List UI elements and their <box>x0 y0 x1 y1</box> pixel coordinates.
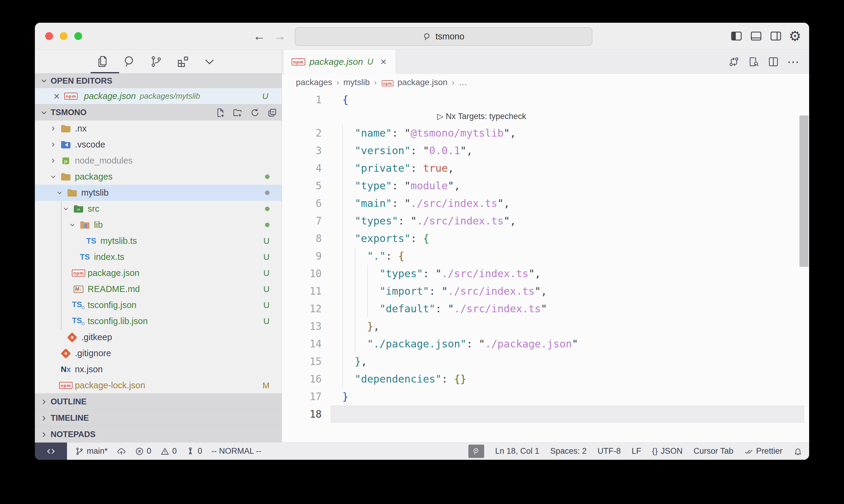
statusbar-0[interactable]: 0 <box>186 447 202 456</box>
sidebar-section-timeline[interactable]: TIMELINE <box>35 410 282 426</box>
code-line-9[interactable]: 9 ".": { <box>282 247 809 265</box>
scrollbar-thumb[interactable] <box>799 115 809 267</box>
code-line-6[interactable]: 6 "main": "./src/index.ts", <box>282 195 809 212</box>
breadcrumb-item[interactable]: … <box>459 77 467 87</box>
code-line-4[interactable]: 4 "private": true, <box>282 159 809 177</box>
code-editor[interactable]: 1{▷ Nx Targets: typecheck2 "name": "@tsm… <box>282 91 809 442</box>
source-control-icon[interactable] <box>149 54 163 69</box>
toggle-bottom-panel-icon[interactable] <box>750 30 763 43</box>
back-arrow-icon[interactable]: ← <box>253 30 265 43</box>
workspace-header[interactable]: TSMONO <box>35 104 282 121</box>
tree-item-readme-md[interactable]: M↓README.mdU <box>35 281 282 297</box>
code-line-2[interactable]: 2 "name": "@tsmono/mytslib", <box>282 124 809 142</box>
chevron-right-icon[interactable] <box>49 141 60 148</box>
tree-item-packages[interactable]: packages <box>35 169 282 185</box>
breadcrumb-item[interactable]: npmpackage.json <box>381 77 447 87</box>
chevron-down-icon[interactable] <box>49 173 60 181</box>
explorer-files-icon[interactable] <box>96 54 110 69</box>
minimize-window-button[interactable] <box>60 32 68 40</box>
toggle-right-sidebar-icon[interactable] <box>769 30 782 43</box>
code-line-13[interactable]: 13 }, <box>282 318 809 335</box>
command-center-search[interactable]: tsmono <box>295 27 592 46</box>
statusbar-spaces-2[interactable]: Spaces: 2 <box>550 447 587 456</box>
statusbar-cursor-tab[interactable]: Cursor Tab <box>693 447 733 456</box>
tree-item--nx[interactable]: .nx <box>35 121 282 137</box>
chevron-down-icon[interactable] <box>202 54 217 69</box>
new-file-icon[interactable] <box>215 108 226 118</box>
code-line-15[interactable]: 15 }, <box>282 353 809 370</box>
new-folder-icon[interactable] <box>232 108 243 118</box>
extensions-icon[interactable] <box>175 54 190 69</box>
code-line-14[interactable]: 14 "./package.json": "./package.json" <box>282 335 809 353</box>
code-line-5[interactable]: 5 "type": "module", <box>282 177 809 195</box>
settings-gear-icon[interactable]: ⚙ <box>789 30 801 43</box>
tree-item-mytslib[interactable]: mytslib <box>35 185 282 201</box>
open-preview-icon[interactable] <box>747 56 760 68</box>
tree-item-tsconfig-lib-json[interactable]: TS⚙tsconfig.lib.jsonU <box>35 313 282 329</box>
chevron-right-icon[interactable] <box>49 125 60 132</box>
toggle-left-sidebar-icon[interactable] <box>730 30 743 43</box>
statusbar-lf[interactable]: LF <box>632 447 641 456</box>
tree-item-package-lock-json[interactable]: npmpackage-lock.jsonM <box>35 377 282 393</box>
code-line-17[interactable]: 17} <box>282 388 809 405</box>
tree-item-lib[interactable]: lib <box>35 217 282 233</box>
codelens-nx-targets[interactable]: ▷ Nx Targets: typecheck <box>282 108 809 124</box>
tree-item-node-modules[interactable]: jsnode_modules <box>35 152 282 169</box>
changes-dot-badge <box>265 206 270 211</box>
tree-item-mytslib-ts[interactable]: TSmytslib.tsU <box>35 233 282 249</box>
chevron-down-icon[interactable] <box>69 221 79 229</box>
split-editor-icon[interactable] <box>767 56 779 68</box>
close-window-button[interactable] <box>45 32 53 40</box>
statusbar-normal[interactable]: -- NORMAL -- <box>211 447 261 456</box>
statusbar-main[interactable]: main* <box>75 447 108 456</box>
open-editor-item[interactable]: npmpackage.jsonpackages/mytslibU <box>35 88 282 104</box>
sidebar-section-outline[interactable]: OUTLINE <box>35 393 282 410</box>
code-line-8[interactable]: 8 "exports": { <box>282 230 809 247</box>
code-line-11[interactable]: 11 "import": "./src/index.ts", <box>282 282 809 300</box>
statusbar-cloud-upload-icon[interactable] <box>117 447 126 456</box>
breadcrumb-item[interactable]: mytslib <box>344 77 370 87</box>
code-line-10[interactable]: 10 "types": "./src/index.ts", <box>282 265 809 282</box>
chevron-down-icon[interactable] <box>56 189 66 197</box>
zoom-window-button[interactable] <box>74 32 82 40</box>
statusbar-ln-18-col-1[interactable]: Ln 18, Col 1 <box>495 447 539 456</box>
code-line-18[interactable]: 18 <box>282 405 809 423</box>
tree-item-package-json[interactable]: npmpackage.jsonU <box>35 265 282 281</box>
statusbar-0[interactable]: 0 <box>135 447 151 456</box>
statusbar-json[interactable]: {}JSON <box>652 447 683 456</box>
more-actions-icon[interactable]: ⋯ <box>787 57 800 66</box>
tree-item--gitkeep[interactable]: .gitkeep <box>35 329 282 345</box>
breadcrumb-item[interactable]: packages <box>296 77 332 87</box>
code-line-1[interactable]: 1{ <box>282 91 809 108</box>
tab-package-json[interactable]: npm package.json U <box>284 50 396 74</box>
code-line-16[interactable]: 16 "dependencies": {} <box>282 370 809 388</box>
chevron-down-icon[interactable] <box>62 205 72 213</box>
tree-item-nx-json[interactable]: Nxnx.json <box>35 361 282 377</box>
statusbar-prettier[interactable]: Prettier <box>744 447 782 456</box>
search-icon[interactable] <box>122 54 137 69</box>
line-number: 12 <box>282 303 322 315</box>
zoom-indicator[interactable] <box>468 445 484 458</box>
forward-arrow-icon[interactable]: → <box>274 30 286 43</box>
compare-changes-icon[interactable] <box>728 56 740 68</box>
collapse-all-icon[interactable] <box>267 108 277 118</box>
tree-item--gitignore[interactable]: .gitignore <box>35 345 282 361</box>
chevron-right-icon[interactable] <box>49 157 60 164</box>
tree-item-src[interactable]: ‹›src <box>35 201 282 217</box>
tree-item-tsconfig-json[interactable]: TS⚙tsconfig.jsonU <box>35 297 282 313</box>
open-editors-header[interactable]: OPEN EDITORS <box>35 73 282 88</box>
remote-indicator[interactable] <box>35 443 67 460</box>
sidebar-section-notepads[interactable]: NOTEPADS <box>35 426 282 443</box>
code-line-3[interactable]: 3 "version": "0.0.1", <box>282 142 809 159</box>
close-editor-icon[interactable] <box>52 92 61 101</box>
statusbar-0[interactable]: 0 <box>160 447 177 456</box>
run-icon[interactable]: ▷ <box>437 112 446 121</box>
statusbar-utf-8[interactable]: UTF-8 <box>598 447 621 456</box>
tree-item-index-ts[interactable]: TSindex.tsU <box>35 249 282 265</box>
tree-item--vscode[interactable]: .vscode <box>35 137 282 152</box>
code-line-12[interactable]: 12 "default": "./src/index.ts" <box>282 300 809 318</box>
close-tab-icon[interactable] <box>379 57 388 66</box>
code-line-7[interactable]: 7 "types": "./src/index.ts", <box>282 212 809 230</box>
refresh-icon[interactable] <box>250 108 260 118</box>
statusbar-bell-icon[interactable] <box>793 447 803 456</box>
